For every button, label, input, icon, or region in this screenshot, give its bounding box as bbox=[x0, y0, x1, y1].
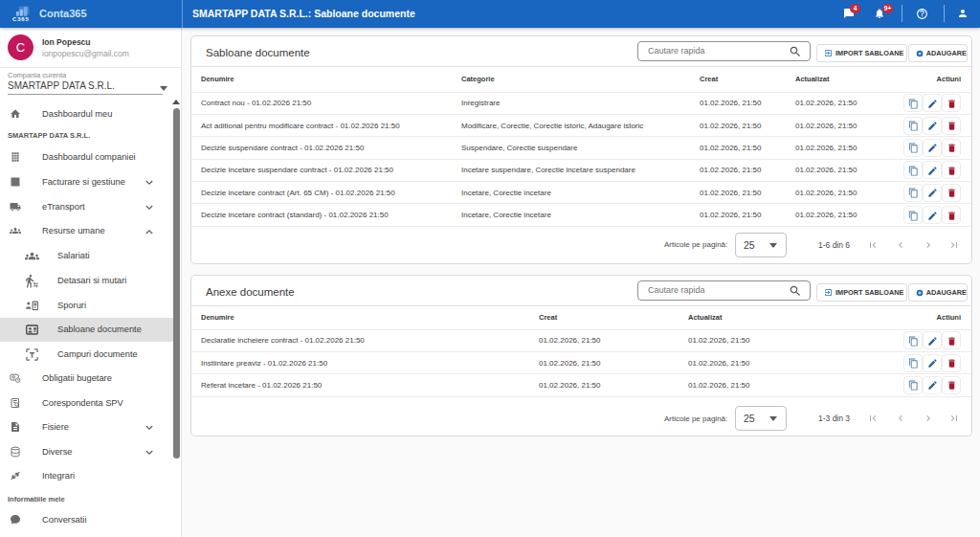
svg-text:C365: C365 bbox=[12, 16, 30, 22]
